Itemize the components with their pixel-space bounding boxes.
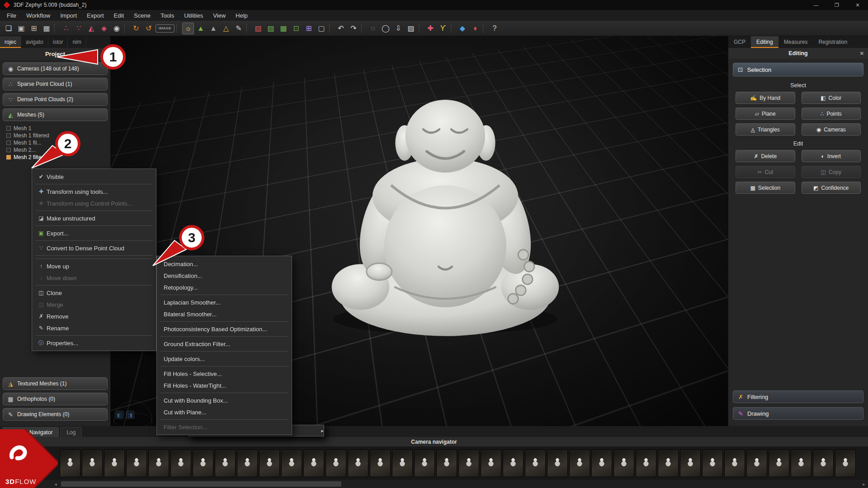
- select-rect-icon[interactable]: ▧: [252, 23, 264, 34]
- context-menu-item[interactable]: [32, 183, 156, 186]
- camera-thumbnail[interactable]: [148, 449, 169, 477]
- left-panel-tab[interactable]: nim: [68, 36, 86, 48]
- scrollbar-thumb[interactable]: [61, 481, 341, 487]
- select-poly-icon[interactable]: ▩: [278, 23, 289, 34]
- sparse-cloud-icon[interactable]: ∴: [60, 23, 72, 34]
- camera-thumbnail[interactable]: [569, 449, 590, 477]
- toolbar-icon[interactable]: [329, 24, 333, 33]
- flat-triangle-icon[interactable]: ▲: [208, 23, 219, 34]
- camera-thumbnail[interactable]: [724, 449, 745, 477]
- by-hand-button[interactable]: ✍ By Hand: [736, 92, 795, 104]
- tab-log[interactable]: Log: [60, 427, 82, 437]
- lightbulb-icon[interactable]: ☼: [182, 23, 194, 34]
- gizmo-icon[interactable]: ✚: [425, 23, 436, 34]
- submenu-item[interactable]: Bilateral Smoother...: [157, 308, 292, 320]
- toolbar-icon[interactable]: [246, 24, 250, 33]
- import-model-icon[interactable]: ▦: [41, 23, 52, 34]
- tree-item-meshes[interactable]: ◭ Meshes (5): [3, 108, 108, 121]
- menu-bar-item[interactable]: Scene: [129, 10, 156, 21]
- context-menu-item[interactable]: [32, 254, 156, 257]
- cameras-button[interactable]: ◉ Cameras: [802, 123, 861, 136]
- mesh-generation-icon[interactable]: ◭: [85, 23, 97, 34]
- context-menu-item[interactable]: [32, 284, 156, 287]
- redo-icon[interactable]: ↷: [348, 23, 359, 34]
- color-cube-icon[interactable]: ⊞: [303, 23, 315, 34]
- toolbar-icon[interactable]: [451, 24, 455, 33]
- submenu-item[interactable]: Filter Selection...: [157, 421, 292, 433]
- edit-pen-icon[interactable]: ✎: [233, 23, 245, 34]
- delete-button[interactable]: ✗ Delete: [736, 150, 795, 162]
- cut-button[interactable]: ✂ Cut: [736, 166, 795, 178]
- camera-thumbnail[interactable]: [237, 449, 258, 477]
- menu-bar-item[interactable]: Workflow: [21, 10, 55, 21]
- tree-item-textured-meshes[interactable]: ◮ Textured Meshes (1): [3, 377, 108, 390]
- plane-button[interactable]: ▱ Plane: [736, 108, 795, 120]
- close-button[interactable]: ✕: [847, 0, 868, 10]
- camera-thumbnail[interactable]: [126, 449, 147, 477]
- mesh-item[interactable]: Mesh 2 filtered 1: [6, 154, 108, 161]
- submenu-item[interactable]: Laplacian Smoother...: [157, 296, 292, 308]
- submenu-item[interactable]: [157, 335, 292, 338]
- camera-thumbnail[interactable]: [281, 449, 302, 477]
- toolbar-icon[interactable]: [483, 24, 487, 33]
- new-project-icon[interactable]: ❏: [3, 23, 14, 34]
- left-panel-tab[interactable]: avigato: [21, 36, 48, 48]
- menu-bar-item[interactable]: Export: [82, 10, 109, 21]
- submenu-item[interactable]: [157, 320, 292, 323]
- reload-icon[interactable]: ↻: [130, 23, 142, 34]
- tab-editing[interactable]: Editing: [751, 36, 778, 48]
- submenu-item[interactable]: Ground Extraction Filter...: [157, 338, 292, 350]
- camera-thumbnail[interactable]: [658, 449, 679, 477]
- menu-bar-item[interactable]: Utilities: [179, 10, 208, 21]
- menu-bar-item[interactable]: File: [2, 10, 21, 21]
- camera-thumbnail[interactable]: [215, 449, 236, 477]
- visibility-checkbox[interactable]: [6, 155, 11, 160]
- camera-thumbnail[interactable]: [702, 449, 723, 477]
- camera-thumbnail[interactable]: [414, 449, 435, 477]
- camera-thumbnail[interactable]: [680, 449, 701, 477]
- toolbar-icon[interactable]: [361, 24, 365, 33]
- selection-section-header[interactable]: ⊡ Selection: [733, 63, 863, 76]
- camera-thumbnail[interactable]: [104, 449, 125, 477]
- submenu-item[interactable]: Retopology...: [157, 282, 292, 293]
- context-menu-item[interactable]: ✔ Visible: [32, 171, 156, 183]
- menu-bar-item[interactable]: Tools: [156, 10, 179, 21]
- masquerade-icon[interactable]: ◆: [457, 23, 468, 34]
- context-menu-item[interactable]: ◫ Merge: [32, 299, 156, 310]
- camera-thumbnail[interactable]: [259, 449, 280, 477]
- submenu-item[interactable]: Decimation...: [157, 258, 292, 270]
- context-menu-item[interactable]: [32, 257, 156, 260]
- panel-close-icon[interactable]: ✕: [860, 51, 864, 56]
- select-add-icon[interactable]: ▨: [265, 23, 277, 34]
- submenu-item[interactable]: [157, 350, 292, 353]
- camera-thumbnail[interactable]: [791, 449, 811, 477]
- camera-thumbnail[interactable]: [458, 449, 479, 477]
- camera-thumbnail[interactable]: [591, 449, 612, 477]
- submenu-item[interactable]: Fill Holes - Selective...: [157, 368, 292, 380]
- camera-icon[interactable]: ◉: [111, 23, 123, 34]
- context-menu-item[interactable]: ◫ Clone: [32, 287, 156, 299]
- visibility-checkbox[interactable]: [6, 141, 11, 145]
- tree-item-sparse-point-cloud[interactable]: ∴ Sparse Point Cloud (1): [3, 78, 108, 90]
- circle-select-icon[interactable]: ◯: [380, 23, 392, 34]
- submenu-item[interactable]: [157, 391, 292, 394]
- submenu-item[interactable]: Fill Holes - WaterTight...: [157, 380, 292, 391]
- submenu-item[interactable]: Cut with Plane...: [157, 406, 292, 418]
- selection-button[interactable]: ▦ Selection: [736, 182, 795, 194]
- lens-shield-icon[interactable]: ♦: [469, 23, 481, 34]
- camera-thumbnail[interactable]: [170, 449, 191, 477]
- import-photos-icon[interactable]: ⊞: [28, 23, 40, 34]
- minimize-button[interactable]: —: [806, 0, 826, 10]
- submenu-item[interactable]: [157, 418, 292, 421]
- bounding-box-icon[interactable]: ⊡: [290, 23, 302, 34]
- camera-thumbnail[interactable]: [636, 449, 656, 477]
- left-panel-tab[interactable]: istor: [48, 36, 68, 48]
- camera-thumbnail[interactable]: [82, 449, 103, 477]
- camera-thumbnail[interactable]: [813, 449, 834, 477]
- tab-gcp[interactable]: GCP: [728, 36, 751, 48]
- camera-thumbnail[interactable]: [769, 449, 789, 477]
- maximize-button[interactable]: ❐: [826, 0, 847, 10]
- camera-thumbnail[interactable]: [60, 449, 80, 477]
- context-menu-item[interactable]: ✚ Transform using tools...: [32, 186, 156, 197]
- image-badge-icon[interactable]: IMAGE: [156, 24, 175, 33]
